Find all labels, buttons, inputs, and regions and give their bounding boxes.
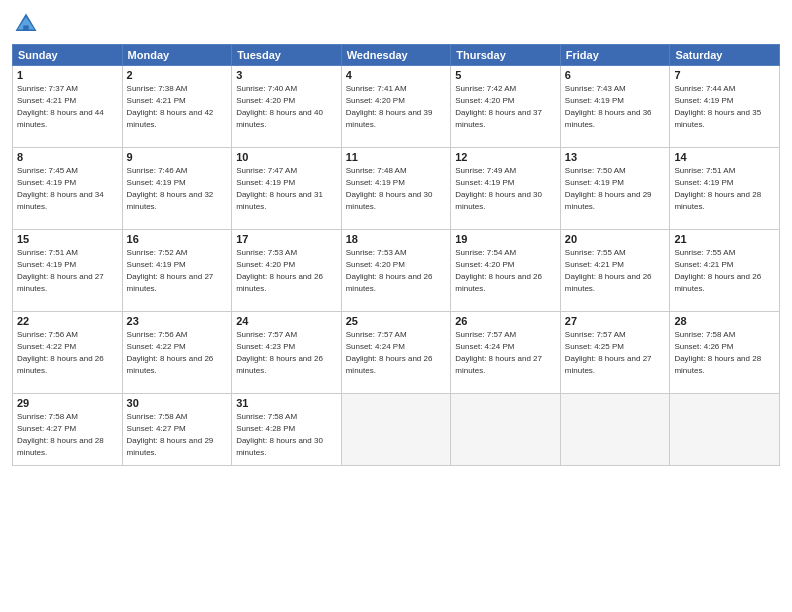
day-info: Sunrise: 7:57 AMSunset: 4:24 PMDaylight:… xyxy=(346,329,447,377)
calendar-page: SundayMondayTuesdayWednesdayThursdayFrid… xyxy=(0,0,792,612)
day-info: Sunrise: 7:43 AMSunset: 4:19 PMDaylight:… xyxy=(565,83,666,131)
day-number: 4 xyxy=(346,69,447,81)
calendar-cell xyxy=(451,394,561,466)
calendar-cell: 17Sunrise: 7:53 AMSunset: 4:20 PMDayligh… xyxy=(232,230,342,312)
day-info: Sunrise: 7:41 AMSunset: 4:20 PMDaylight:… xyxy=(346,83,447,131)
day-info: Sunrise: 7:53 AMSunset: 4:20 PMDaylight:… xyxy=(346,247,447,295)
calendar-body: 1Sunrise: 7:37 AMSunset: 4:21 PMDaylight… xyxy=(13,66,780,466)
logo xyxy=(12,10,44,38)
calendar-cell xyxy=(670,394,780,466)
calendar-cell: 15Sunrise: 7:51 AMSunset: 4:19 PMDayligh… xyxy=(13,230,123,312)
calendar-cell: 24Sunrise: 7:57 AMSunset: 4:23 PMDayligh… xyxy=(232,312,342,394)
day-number: 19 xyxy=(455,233,556,245)
day-number: 23 xyxy=(127,315,228,327)
day-info: Sunrise: 7:42 AMSunset: 4:20 PMDaylight:… xyxy=(455,83,556,131)
day-info: Sunrise: 7:40 AMSunset: 4:20 PMDaylight:… xyxy=(236,83,337,131)
day-number: 18 xyxy=(346,233,447,245)
day-number: 14 xyxy=(674,151,775,163)
calendar-cell: 16Sunrise: 7:52 AMSunset: 4:19 PMDayligh… xyxy=(122,230,232,312)
calendar-cell: 1Sunrise: 7:37 AMSunset: 4:21 PMDaylight… xyxy=(13,66,123,148)
day-info: Sunrise: 7:37 AMSunset: 4:21 PMDaylight:… xyxy=(17,83,118,131)
day-info: Sunrise: 7:45 AMSunset: 4:19 PMDaylight:… xyxy=(17,165,118,213)
day-number: 17 xyxy=(236,233,337,245)
header xyxy=(12,10,780,38)
day-number: 30 xyxy=(127,397,228,409)
svg-rect-2 xyxy=(23,25,29,31)
calendar-cell: 26Sunrise: 7:57 AMSunset: 4:24 PMDayligh… xyxy=(451,312,561,394)
calendar-cell xyxy=(560,394,670,466)
calendar-cell: 18Sunrise: 7:53 AMSunset: 4:20 PMDayligh… xyxy=(341,230,451,312)
day-number: 24 xyxy=(236,315,337,327)
calendar-week-4: 22Sunrise: 7:56 AMSunset: 4:22 PMDayligh… xyxy=(13,312,780,394)
day-info: Sunrise: 7:47 AMSunset: 4:19 PMDaylight:… xyxy=(236,165,337,213)
day-info: Sunrise: 7:57 AMSunset: 4:25 PMDaylight:… xyxy=(565,329,666,377)
weekday-header-saturday: Saturday xyxy=(670,45,780,66)
calendar-cell: 5Sunrise: 7:42 AMSunset: 4:20 PMDaylight… xyxy=(451,66,561,148)
day-info: Sunrise: 7:54 AMSunset: 4:20 PMDaylight:… xyxy=(455,247,556,295)
day-info: Sunrise: 7:53 AMSunset: 4:20 PMDaylight:… xyxy=(236,247,337,295)
day-info: Sunrise: 7:52 AMSunset: 4:19 PMDaylight:… xyxy=(127,247,228,295)
day-number: 29 xyxy=(17,397,118,409)
logo-icon xyxy=(12,10,40,38)
calendar-cell: 29Sunrise: 7:58 AMSunset: 4:27 PMDayligh… xyxy=(13,394,123,466)
day-number: 6 xyxy=(565,69,666,81)
day-info: Sunrise: 7:44 AMSunset: 4:19 PMDaylight:… xyxy=(674,83,775,131)
calendar-cell: 10Sunrise: 7:47 AMSunset: 4:19 PMDayligh… xyxy=(232,148,342,230)
day-info: Sunrise: 7:51 AMSunset: 4:19 PMDaylight:… xyxy=(17,247,118,295)
calendar-week-2: 8Sunrise: 7:45 AMSunset: 4:19 PMDaylight… xyxy=(13,148,780,230)
calendar-cell: 30Sunrise: 7:58 AMSunset: 4:27 PMDayligh… xyxy=(122,394,232,466)
calendar-cell: 22Sunrise: 7:56 AMSunset: 4:22 PMDayligh… xyxy=(13,312,123,394)
calendar-cell: 13Sunrise: 7:50 AMSunset: 4:19 PMDayligh… xyxy=(560,148,670,230)
day-info: Sunrise: 7:55 AMSunset: 4:21 PMDaylight:… xyxy=(674,247,775,295)
calendar-cell: 14Sunrise: 7:51 AMSunset: 4:19 PMDayligh… xyxy=(670,148,780,230)
calendar-cell: 19Sunrise: 7:54 AMSunset: 4:20 PMDayligh… xyxy=(451,230,561,312)
day-number: 26 xyxy=(455,315,556,327)
day-info: Sunrise: 7:57 AMSunset: 4:23 PMDaylight:… xyxy=(236,329,337,377)
weekday-header-tuesday: Tuesday xyxy=(232,45,342,66)
calendar-cell: 25Sunrise: 7:57 AMSunset: 4:24 PMDayligh… xyxy=(341,312,451,394)
calendar-cell: 9Sunrise: 7:46 AMSunset: 4:19 PMDaylight… xyxy=(122,148,232,230)
calendar-cell: 20Sunrise: 7:55 AMSunset: 4:21 PMDayligh… xyxy=(560,230,670,312)
day-info: Sunrise: 7:56 AMSunset: 4:22 PMDaylight:… xyxy=(127,329,228,377)
calendar-cell: 21Sunrise: 7:55 AMSunset: 4:21 PMDayligh… xyxy=(670,230,780,312)
day-number: 27 xyxy=(565,315,666,327)
day-info: Sunrise: 7:48 AMSunset: 4:19 PMDaylight:… xyxy=(346,165,447,213)
weekday-header-friday: Friday xyxy=(560,45,670,66)
day-number: 7 xyxy=(674,69,775,81)
calendar-week-5: 29Sunrise: 7:58 AMSunset: 4:27 PMDayligh… xyxy=(13,394,780,466)
weekday-header-row: SundayMondayTuesdayWednesdayThursdayFrid… xyxy=(13,45,780,66)
day-info: Sunrise: 7:56 AMSunset: 4:22 PMDaylight:… xyxy=(17,329,118,377)
calendar-week-1: 1Sunrise: 7:37 AMSunset: 4:21 PMDaylight… xyxy=(13,66,780,148)
day-number: 20 xyxy=(565,233,666,245)
day-info: Sunrise: 7:57 AMSunset: 4:24 PMDaylight:… xyxy=(455,329,556,377)
day-number: 21 xyxy=(674,233,775,245)
calendar-cell: 12Sunrise: 7:49 AMSunset: 4:19 PMDayligh… xyxy=(451,148,561,230)
day-info: Sunrise: 7:51 AMSunset: 4:19 PMDaylight:… xyxy=(674,165,775,213)
day-number: 28 xyxy=(674,315,775,327)
calendar-cell: 11Sunrise: 7:48 AMSunset: 4:19 PMDayligh… xyxy=(341,148,451,230)
calendar-cell: 3Sunrise: 7:40 AMSunset: 4:20 PMDaylight… xyxy=(232,66,342,148)
day-number: 12 xyxy=(455,151,556,163)
day-number: 8 xyxy=(17,151,118,163)
day-info: Sunrise: 7:50 AMSunset: 4:19 PMDaylight:… xyxy=(565,165,666,213)
calendar-cell xyxy=(341,394,451,466)
calendar-cell: 28Sunrise: 7:58 AMSunset: 4:26 PMDayligh… xyxy=(670,312,780,394)
calendar-cell: 23Sunrise: 7:56 AMSunset: 4:22 PMDayligh… xyxy=(122,312,232,394)
day-info: Sunrise: 7:46 AMSunset: 4:19 PMDaylight:… xyxy=(127,165,228,213)
day-number: 11 xyxy=(346,151,447,163)
day-number: 16 xyxy=(127,233,228,245)
calendar-week-3: 15Sunrise: 7:51 AMSunset: 4:19 PMDayligh… xyxy=(13,230,780,312)
day-number: 9 xyxy=(127,151,228,163)
day-info: Sunrise: 7:58 AMSunset: 4:27 PMDaylight:… xyxy=(17,411,118,459)
weekday-header-monday: Monday xyxy=(122,45,232,66)
day-info: Sunrise: 7:58 AMSunset: 4:27 PMDaylight:… xyxy=(127,411,228,459)
weekday-header-wednesday: Wednesday xyxy=(341,45,451,66)
weekday-header-sunday: Sunday xyxy=(13,45,123,66)
day-number: 2 xyxy=(127,69,228,81)
day-number: 31 xyxy=(236,397,337,409)
day-number: 15 xyxy=(17,233,118,245)
calendar-table: SundayMondayTuesdayWednesdayThursdayFrid… xyxy=(12,44,780,466)
day-info: Sunrise: 7:49 AMSunset: 4:19 PMDaylight:… xyxy=(455,165,556,213)
calendar-cell: 31Sunrise: 7:58 AMSunset: 4:28 PMDayligh… xyxy=(232,394,342,466)
day-number: 1 xyxy=(17,69,118,81)
